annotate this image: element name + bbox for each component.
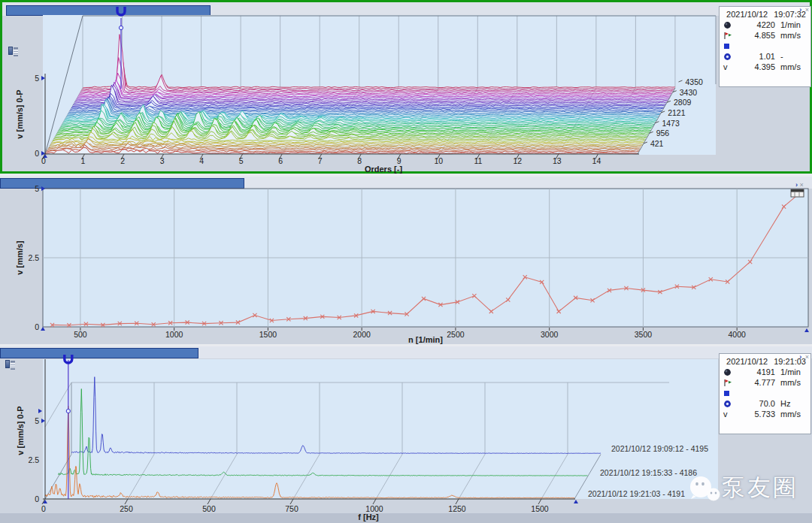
panel-settings-icon[interactable] — [5, 360, 15, 368]
spectra-titlebar[interactable] — [0, 348, 198, 358]
flag-icon — [723, 32, 735, 40]
info-row-order-cursor: 1.01 - — [720, 51, 810, 62]
spectra-panel — [0, 346, 812, 523]
info-row-peak: 4.777 mm/s — [720, 377, 810, 388]
info-row-v: v 5.733 mm/s — [720, 409, 810, 419]
waterfall-titlebar[interactable] — [6, 5, 211, 16]
info-row-rpm: 4220 1/min — [720, 20, 810, 30]
waterfall-panel — [0, 0, 812, 174]
flag-icon — [723, 379, 735, 387]
square-icon — [723, 42, 735, 50]
info-row-freq-cursor: 70.0 Hz — [720, 398, 810, 409]
cursor-date-time: 2021/10/1219:21:03 — [720, 354, 810, 367]
target-icon — [723, 53, 735, 61]
info-row-marker — [720, 41, 810, 51]
info-row-v: v 4.395 mm/s — [720, 62, 810, 72]
cursor-info-bottom: › × 2021/10/1219:21:03 4191 1/min 4.777 … — [719, 353, 811, 434]
cursor-info-top: › × 2021/10/1219:07:32 4220 1/min 4.855 … — [719, 6, 811, 87]
info-row-peak: 4.855 mm/s — [720, 30, 810, 41]
bottom-scroll-strip[interactable] — [0, 513, 812, 523]
v-label: v — [723, 410, 735, 419]
speed-icon — [723, 368, 735, 376]
square-icon — [723, 389, 735, 398]
info-row-rpm: 4191 1/min — [720, 367, 810, 377]
trend-panel — [0, 177, 812, 344]
vibration-analysis-app: { "watermark": {"text": "泵友圈"}, "cursor_… — [0, 0, 812, 523]
v-label: v — [723, 62, 735, 71]
target-icon — [723, 400, 735, 408]
speed-icon — [723, 21, 735, 29]
trend-titlebar[interactable] — [0, 178, 244, 189]
info-expand-close-icons[interactable]: › × — [799, 6, 810, 14]
info-expand-close-icons[interactable]: › × — [799, 353, 810, 361]
panel-settings-icon[interactable] — [8, 47, 18, 55]
cursor-date-time: 2021/10/1219:07:32 — [720, 7, 810, 20]
info-row-marker — [720, 388, 810, 398]
trend-panel-controls[interactable]: › × — [795, 181, 804, 189]
